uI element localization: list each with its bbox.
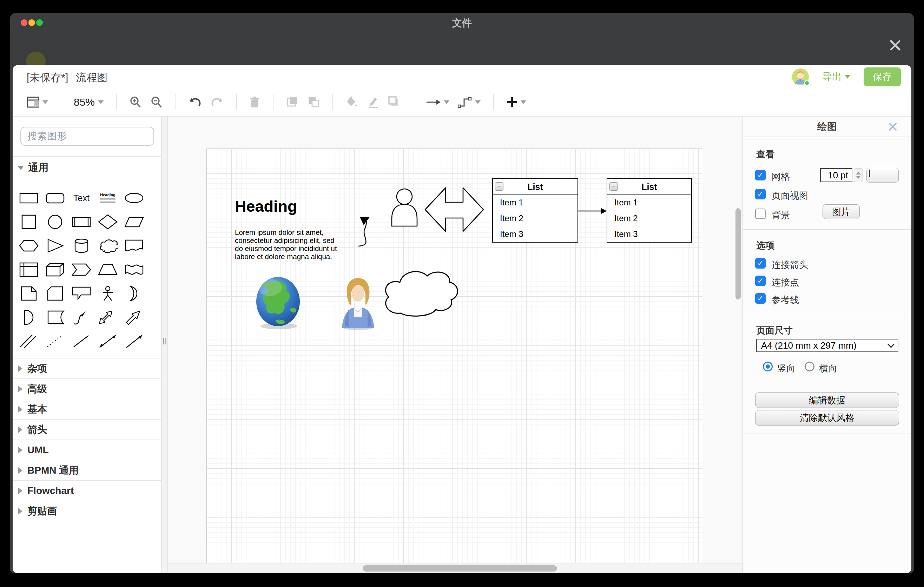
grid-checkbox[interactable] [755, 170, 766, 180]
shape-search-box[interactable] [20, 127, 154, 146]
shape-bidirectional-arrow[interactable] [97, 307, 119, 328]
page-size-select[interactable]: A4 (210 mm x 297 mm) [756, 339, 898, 352]
section-clipart[interactable]: 剪贴画 [13, 501, 161, 521]
shape-cloud[interactable] [97, 236, 119, 256]
stepper-up-icon[interactable] [856, 171, 861, 175]
panel-close-icon[interactable] [888, 122, 897, 131]
shape-rounded-rectangle[interactable] [44, 188, 66, 208]
list-item[interactable]: Item 1 [607, 195, 691, 210]
list-item[interactable]: Item 3 [493, 226, 578, 242]
section-misc[interactable]: 杂项 [13, 358, 161, 378]
insert-button[interactable] [502, 97, 530, 108]
shape-cylinder[interactable] [70, 236, 93, 256]
zoom-out-button[interactable] [146, 96, 167, 109]
line-color-button[interactable] [362, 96, 383, 108]
shape-circle[interactable] [44, 212, 66, 232]
shape-and[interactable] [18, 307, 40, 328]
shape-actor[interactable] [97, 283, 119, 304]
shape-directional-connector[interactable] [123, 331, 145, 351]
list-item[interactable]: Item 3 [607, 226, 691, 242]
undo-button[interactable] [184, 97, 206, 108]
waypoint-style-button[interactable] [454, 96, 485, 108]
stepper-down-icon[interactable] [856, 176, 861, 179]
shape-step[interactable] [70, 259, 93, 280]
zoom-level-dropdown[interactable]: 85% [69, 96, 108, 108]
sidebar-resize-gutter[interactable]: ‖ [162, 117, 168, 573]
cloud-shape[interactable] [386, 272, 457, 316]
drawing-page[interactable]: Heading Lorem ipsum dolor sit amet, cons… [206, 148, 702, 563]
shape-textbox[interactable]: Heading [97, 188, 118, 208]
shape-triangle[interactable] [44, 236, 66, 256]
shape-diamond[interactable] [97, 212, 119, 232]
connection-points-checkbox[interactable] [755, 275, 766, 286]
vertical-scrollbar[interactable] [736, 208, 741, 300]
shape-hexagon[interactable] [18, 236, 40, 256]
shape-parallelogram[interactable] [123, 212, 145, 232]
canvas[interactable]: Heading Lorem ipsum dolor sit amet, cons… [168, 117, 742, 563]
zoom-in-button[interactable] [125, 96, 146, 109]
person-shape[interactable] [392, 189, 417, 226]
redo-button[interactable] [206, 97, 228, 108]
shape-cube[interactable] [44, 259, 66, 280]
landscape-radio[interactable] [805, 362, 815, 371]
fill-color-button[interactable] [341, 96, 362, 108]
export-button[interactable]: 导出 [822, 70, 850, 84]
user-avatar[interactable] [792, 68, 809, 85]
section-basic[interactable]: 基本 [13, 399, 161, 419]
to-back-button[interactable] [303, 96, 324, 108]
list-box-2[interactable]: − List Item 1 Item 2 Item 3 [607, 178, 692, 242]
grid-color-swatch[interactable] [866, 168, 899, 183]
shape-or[interactable] [123, 283, 145, 304]
guides-checkbox[interactable] [755, 293, 766, 304]
list-item[interactable]: Item 1 [493, 195, 578, 210]
section-advanced[interactable]: 高级 [13, 378, 161, 399]
section-flowchart[interactable]: Flowchart [13, 480, 161, 501]
shape-ellipse[interactable] [123, 188, 145, 208]
shape-card[interactable] [44, 283, 66, 304]
businesswoman-clipart[interactable] [342, 278, 374, 330]
section-general[interactable]: 通用 [13, 157, 161, 179]
shape-arrow[interactable] [123, 307, 145, 328]
close-icon[interactable] [888, 38, 902, 52]
shape-curve[interactable] [70, 307, 93, 328]
edit-data-button[interactable]: 编辑数据 [755, 392, 899, 408]
shape-trapezoid[interactable] [97, 259, 119, 280]
shape-callout[interactable] [70, 283, 93, 304]
shadow-button[interactable] [383, 96, 404, 108]
collapse-icon[interactable]: − [495, 182, 503, 191]
shape-note[interactable] [18, 283, 40, 304]
collapse-icon[interactable]: − [609, 182, 618, 191]
background-image-button[interactable]: 图片 [823, 204, 860, 219]
connection-arrows-checkbox[interactable] [755, 258, 766, 269]
list-title-bar[interactable]: − List [607, 179, 691, 195]
shape-link[interactable] [18, 331, 40, 351]
shape-data-storage[interactable] [44, 307, 66, 328]
background-checkbox[interactable] [755, 209, 766, 219]
page-view-checkbox[interactable] [755, 189, 766, 200]
shape-line[interactable] [70, 331, 93, 351]
horizontal-scrollbar-thumb[interactable] [363, 565, 557, 572]
double-arrow-shape[interactable] [425, 188, 483, 231]
save-button[interactable]: 保存 [864, 68, 901, 86]
shape-dashed-line[interactable] [44, 331, 66, 351]
list-item[interactable]: Item 2 [607, 210, 691, 226]
shape-process[interactable] [70, 212, 93, 232]
shape-internal-storage[interactable] [18, 259, 40, 280]
section-bpmn[interactable]: BPMN 通用 [13, 460, 161, 480]
list-title-bar[interactable]: − List [493, 179, 578, 195]
shape-rectangle[interactable] [18, 188, 40, 208]
delete-button[interactable] [245, 96, 265, 108]
list-box-1[interactable]: − List Item 1 Item 2 Item 3 [492, 178, 578, 242]
section-uml[interactable]: UML [13, 440, 161, 460]
sidebar-collapse-handle[interactable]: ‖ [163, 336, 167, 347]
shape-document[interactable] [123, 236, 145, 256]
globe-clipart[interactable] [256, 277, 300, 329]
list-item[interactable]: Item 2 [493, 210, 578, 226]
search-input[interactable] [27, 130, 155, 142]
to-front-button[interactable] [282, 96, 303, 108]
curved-connector[interactable] [358, 217, 369, 246]
clear-default-style-button[interactable]: 清除默认风格 [755, 410, 899, 425]
shape-text[interactable]: Text [70, 188, 93, 208]
portrait-radio[interactable] [763, 362, 773, 371]
grid-size-stepper[interactable] [854, 168, 863, 182]
